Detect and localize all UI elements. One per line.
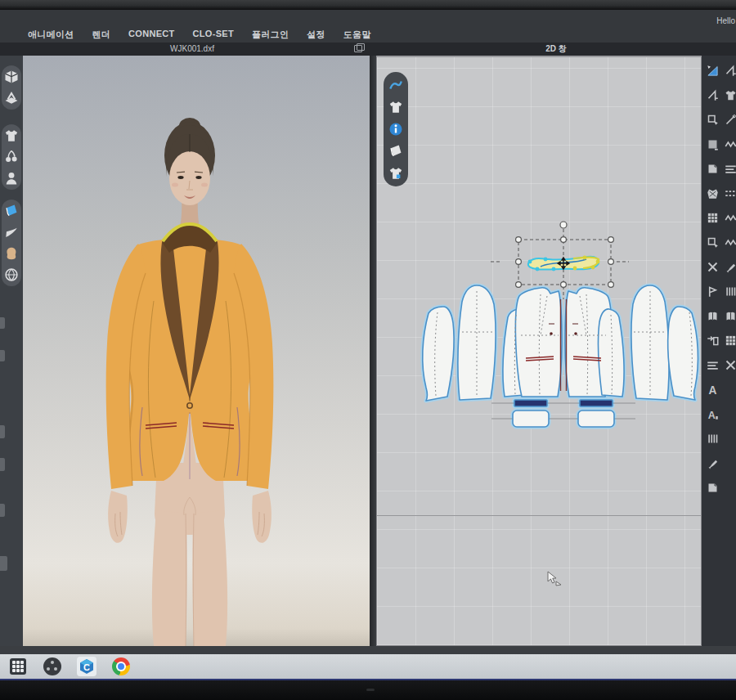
pleats-icon[interactable] xyxy=(724,285,736,298)
grid-texture-icon[interactable] xyxy=(706,211,719,224)
avatar-hand-right xyxy=(252,491,272,543)
taskbar-app-grid-icon[interactable] xyxy=(8,657,28,676)
taskbar-clo-app-icon[interactable]: C xyxy=(77,657,96,676)
app-titlebar: Hello 애니메이션 렌더 CONNECT CLO-SET 플러그인 설정 도… xyxy=(0,10,736,43)
flag-dart-icon[interactable] xyxy=(706,285,719,298)
viewport-3d[interactable] xyxy=(23,56,370,646)
panel-divider[interactable] xyxy=(370,56,376,646)
clipped-pin-icon[interactable] xyxy=(0,556,7,571)
avatar-3d[interactable] xyxy=(23,56,370,646)
clipped-tool-icon[interactable] xyxy=(0,317,5,329)
app-bottom-strip xyxy=(0,646,736,654)
edit-shape-pen-icon[interactable] xyxy=(706,113,719,126)
clipped-tool-icon[interactable] xyxy=(0,504,5,517)
pocket-flap-right[interactable] xyxy=(578,411,614,427)
fold-garment-icon[interactable] xyxy=(3,90,20,106)
menu-connect[interactable]: CONNECT xyxy=(128,29,175,41)
windows-taskbar: C xyxy=(0,654,736,680)
avatar-hand-left xyxy=(108,491,128,543)
monitor-photo: Hello 애니메이션 렌더 CONNECT CLO-SET 플러그인 설정 도… xyxy=(0,0,736,700)
curve-pen-icon[interactable] xyxy=(388,77,404,93)
selection-overlay[interactable] xyxy=(490,222,629,299)
avatar-leg-left xyxy=(152,510,187,646)
garment-jacket[interactable] xyxy=(106,223,274,489)
fabric-roll-icon[interactable] xyxy=(724,309,736,322)
pocket-flap-left[interactable] xyxy=(513,411,549,427)
menubar: 애니메이션 렌더 CONNECT CLO-SET 플러그인 설정 도움말 xyxy=(28,29,371,41)
small-pattern-icon[interactable] xyxy=(706,481,719,494)
left-toolbar-group-display xyxy=(2,200,21,286)
taskbar-chrome-icon[interactable] xyxy=(111,657,131,676)
avatar-leg-right xyxy=(192,510,227,646)
selection-handles[interactable] xyxy=(516,222,614,287)
fabric-icon[interactable] xyxy=(388,143,404,159)
window-2d[interactable] xyxy=(376,56,702,646)
menu-help[interactable]: 도움말 xyxy=(343,29,371,41)
pattern-piece-side-right[interactable] xyxy=(668,307,698,400)
simulate-cube-icon[interactable] xyxy=(3,69,20,85)
taskbar-media-app-icon[interactable] xyxy=(43,657,62,676)
notch-icon[interactable] xyxy=(724,358,736,371)
main-area xyxy=(0,56,736,646)
pin-tool-icon[interactable] xyxy=(724,113,736,126)
pattern-canvas[interactable] xyxy=(377,57,702,646)
garment-texture-icon[interactable] xyxy=(388,165,404,182)
stitch-zigzag-icon[interactable] xyxy=(724,236,736,249)
pattern-book-icon[interactable] xyxy=(706,309,719,322)
select-transform-active-icon[interactable] xyxy=(706,64,719,77)
mouse-cursor-transform xyxy=(545,571,563,587)
clipped-tool-icon[interactable] xyxy=(0,425,5,438)
monitor-logo xyxy=(366,689,375,691)
left-toolbar-group-simulation xyxy=(2,65,21,110)
texture-dots-icon[interactable] xyxy=(724,334,736,347)
toolbar-2d xyxy=(384,72,408,186)
left-toolbar-group-garment xyxy=(2,124,21,190)
seam-lines-icon[interactable] xyxy=(706,358,719,371)
elastic-lines-icon[interactable] xyxy=(724,186,736,200)
shirring-icon[interactable] xyxy=(724,211,736,224)
garment-small-icon[interactable] xyxy=(724,88,736,101)
pattern-piece-front-left[interactable] xyxy=(515,288,562,397)
square-pen-icon[interactable] xyxy=(706,236,719,249)
vest-grid-icon[interactable] xyxy=(706,186,719,200)
left-toolbar xyxy=(0,56,23,646)
pattern-piece-front-side-right[interactable] xyxy=(599,309,625,397)
avatar-person-icon[interactable] xyxy=(3,170,20,186)
clipped-tool-icon[interactable] xyxy=(0,458,5,471)
arrow-tool-icon[interactable] xyxy=(724,64,736,77)
trims-icon[interactable] xyxy=(3,149,20,165)
right-toolbar xyxy=(702,56,736,646)
fabric-active-icon[interactable] xyxy=(3,203,20,219)
menu-render[interactable]: 렌더 xyxy=(92,29,111,41)
pen-polygon-icon[interactable] xyxy=(706,88,719,101)
menu-settings[interactable]: 설정 xyxy=(307,29,325,41)
garment-tshirt-icon[interactable] xyxy=(3,128,20,144)
text-a-style-icon[interactable] xyxy=(706,407,719,420)
avatar-head-icon[interactable] xyxy=(3,245,20,262)
menu-plugin[interactable]: 플러그인 xyxy=(252,29,289,41)
tab-2d-window-title: 2D 창 xyxy=(499,43,613,55)
pleat-column-icon[interactable] xyxy=(706,432,719,445)
cross-cut-icon[interactable] xyxy=(706,260,719,273)
account-label[interactable]: Hello xyxy=(716,16,735,25)
menu-clo-set[interactable]: CLO-SET xyxy=(193,29,234,41)
sew-machine-icon[interactable] xyxy=(724,260,736,273)
pattern-copy-icon[interactable] xyxy=(706,162,719,175)
info-icon[interactable] xyxy=(388,121,404,137)
pattern-piece-side-left[interactable] xyxy=(423,307,454,401)
tab-document-dxf[interactable]: WJK001.dxf xyxy=(131,43,254,55)
pocket-welt-left[interactable] xyxy=(514,400,547,406)
arrow-rect-icon[interactable] xyxy=(706,334,719,347)
text-a-icon[interactable] xyxy=(706,383,719,396)
pocket-welt-right[interactable] xyxy=(580,400,613,406)
menu-animation[interactable]: 애니메이션 xyxy=(28,29,74,41)
globe-icon[interactable] xyxy=(3,267,20,283)
float-window-icon[interactable] xyxy=(354,45,362,52)
sweep-brush-icon[interactable] xyxy=(3,224,20,240)
seam-tape-icon[interactable] xyxy=(724,162,736,175)
clipped-tool-icon[interactable] xyxy=(0,350,5,361)
garment-tshirt-icon[interactable] xyxy=(388,99,404,115)
zigzag-stitch-icon[interactable] xyxy=(724,137,736,150)
rectangle-icon[interactable] xyxy=(706,137,719,150)
sew-brush-icon[interactable] xyxy=(706,456,719,469)
